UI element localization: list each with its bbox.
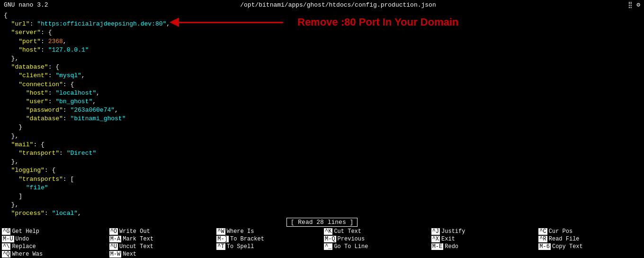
shortcut-undo: M-U	[2, 236, 14, 242]
code-line: "port": 2368,	[4, 37, 640, 46]
footer-item-marktext[interactable]: M-A Mark Text	[107, 235, 215, 243]
code-line: "file"	[4, 184, 640, 192]
code-line: },	[4, 158, 640, 166]
header-bar: GNU nano 3.2 /opt/bitnami/apps/ghost/htd…	[0, 0, 644, 9]
code-line: },	[4, 201, 640, 209]
code-line: "database": "bitnami_ghost"	[4, 115, 640, 123]
shortcut-redo: M-E	[431, 243, 444, 250]
footer-item-curpos[interactable]: ^C Cur Pos	[537, 228, 644, 235]
label-exit: Exit	[441, 236, 455, 242]
footer-item-gethelp[interactable]: ^G Get Help	[0, 228, 107, 235]
footer-item-previous[interactable]: M-Q Previous	[322, 235, 429, 243]
code-line: "transports": [	[4, 175, 640, 184]
code-line: }	[4, 123, 640, 132]
status-text: [ Read 28 lines ]	[286, 218, 358, 227]
shortcut-uncuttext: ^U	[109, 243, 118, 250]
label-tospell: To Spell	[227, 243, 254, 250]
footer-item-cuttext[interactable]: ^K Cut Text	[322, 228, 429, 235]
label-previous: Previous	[338, 236, 365, 242]
footer-item-gotoline[interactable]: ^_ Go To Line	[322, 243, 429, 250]
shortcut-marktext: M-A	[109, 236, 122, 242]
footer-item-uncuttext[interactable]: ^U Uncut Text	[107, 243, 215, 250]
footer-item-copytext[interactable]: M-6 Copy Text	[537, 243, 644, 250]
footer-item-whereis[interactable]: ^W Where Is	[215, 228, 322, 235]
code-line: },	[4, 132, 640, 141]
code-line: "process": "local",	[4, 209, 640, 218]
label-marktext: Mark Text	[123, 236, 153, 242]
shortcut-readfile: ^R	[538, 236, 547, 242]
label-replace: Replace	[12, 243, 36, 250]
footer-item-justify[interactable]: ^J Justify	[429, 228, 537, 235]
footer: ^G Get Help ^O Write Out ^W Where Is ^K …	[0, 227, 644, 258]
shortcut-justify: ^J	[431, 228, 440, 235]
footer-item-tobracket[interactable]: M-] To Bracket	[215, 235, 322, 243]
shortcut-wherewas: ^Q	[2, 251, 10, 258]
footer-item-tospell[interactable]: ^T To Spell	[215, 243, 322, 250]
footer-item-replace[interactable]: ^\ Replace	[0, 243, 107, 250]
shortcut-replace: ^\	[2, 243, 10, 250]
footer-item-undo[interactable]: M-U Undo	[0, 235, 107, 243]
label-next: Next	[123, 251, 136, 258]
code-line: "transport": "Direct"	[4, 149, 640, 158]
label-undo: Undo	[16, 236, 29, 242]
label-cuttext: Cut Text	[334, 228, 361, 235]
footer-item-readfile[interactable]: ^R Read File	[537, 235, 644, 243]
footer-item-writeout[interactable]: ^O Write Out	[107, 228, 215, 235]
code-line: "database": {	[4, 63, 640, 71]
shortcut-gethelp: ^G	[2, 228, 10, 235]
status-bar: [ Read 28 lines ]	[0, 218, 644, 227]
label-copytext: Copy Text	[552, 243, 583, 250]
label-wherewas: Where Was	[12, 251, 43, 258]
shortcut-tospell: ^T	[216, 243, 225, 250]
label-curpos: Cur Pos	[549, 228, 572, 235]
label-whereis: Where Is	[227, 228, 254, 235]
code-line: "user": "bn_ghost",	[4, 98, 640, 106]
code-line: "connection": {	[4, 80, 640, 89]
header-icons: ⣿ ⚙	[628, 1, 640, 9]
shortcut-tobracket: M-]	[216, 236, 229, 242]
code-line: "host": "127.0.0.1"	[4, 46, 640, 54]
editor-area[interactable]: Remove :80 Port In Your Domain { "url": …	[0, 9, 644, 218]
label-gethelp: Get Help	[12, 228, 39, 235]
shortcut-writeout: ^O	[109, 228, 118, 235]
label-writeout: Write Out	[119, 228, 150, 235]
label-gotoline: Go To Line	[334, 243, 368, 250]
label-uncuttext: Uncut Text	[119, 243, 153, 250]
code-line: {	[4, 11, 640, 20]
label-redo: Redo	[445, 243, 458, 250]
label-readfile: Read File	[549, 236, 580, 242]
code-line: "password": "263a060e74",	[4, 106, 640, 115]
footer-item-wherewas[interactable]: ^Q Where Was	[0, 250, 107, 258]
code-line: ]	[4, 192, 640, 201]
shortcut-previous: M-Q	[324, 236, 336, 242]
shortcut-copytext: M-6	[538, 243, 551, 250]
code-line: "mail": {	[4, 141, 640, 149]
label-justify: Justify	[441, 228, 465, 235]
code-line: "client": "mysql",	[4, 71, 640, 80]
file-path: /opt/bitnami/apps/ghost/htdocs/config.pr…	[48, 1, 628, 9]
label-tobracket: To Bracket	[230, 236, 264, 242]
app-name: GNU nano 3.2	[4, 1, 48, 9]
shortcut-whereis: ^W	[216, 228, 225, 235]
footer-item-exit[interactable]: ^X Exit	[429, 235, 537, 243]
shortcut-next: M-W	[109, 251, 122, 258]
code-line: "url": "https:officialrajdeepsingh.dev:8…	[4, 20, 640, 28]
shortcut-curpos: ^C	[538, 228, 547, 235]
code-line: "logging": {	[4, 166, 640, 175]
code-line: "host": "localhost",	[4, 89, 640, 98]
footer-item-redo[interactable]: M-E Redo	[429, 243, 537, 250]
code-line: },	[4, 54, 640, 63]
shortcut-cuttext: ^K	[324, 228, 332, 235]
footer-item-next[interactable]: M-W Next	[107, 250, 215, 258]
shortcut-gotoline: ^_	[324, 243, 332, 250]
code-line: "server": {	[4, 28, 640, 37]
shortcut-exit: ^X	[431, 236, 440, 242]
code-content: { "url": "https:officialrajdeepsingh.dev…	[4, 11, 640, 218]
